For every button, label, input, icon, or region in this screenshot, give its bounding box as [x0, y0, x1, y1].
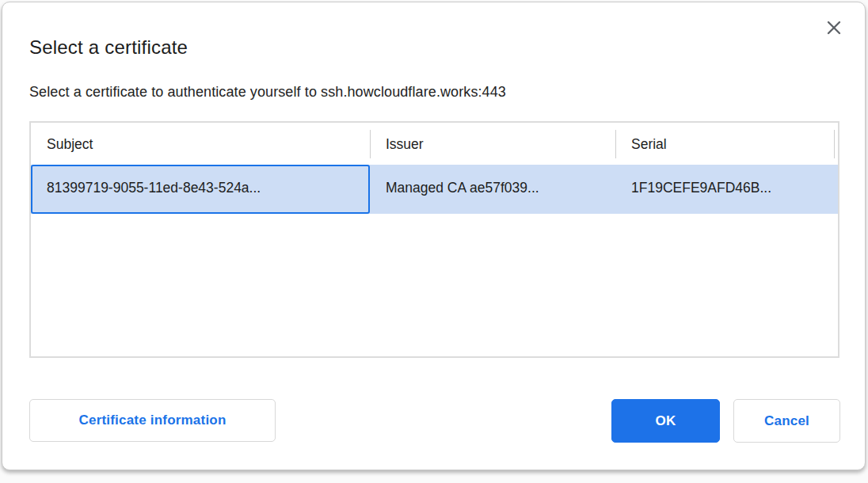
close-icon — [825, 19, 843, 36]
cell-issuer[interactable]: Managed CA ae57f039... — [370, 165, 615, 214]
column-divider — [370, 130, 371, 158]
column-divider — [615, 130, 616, 158]
certificate-table: Subject Issuer Serial 81399719-9055-11ed… — [29, 121, 839, 358]
column-header-serial: Serial — [615, 123, 838, 165]
ok-button[interactable]: OK — [611, 399, 720, 443]
dialog-subtitle: Select a certificate to authenticate you… — [29, 84, 506, 101]
cell-serial[interactable]: 1F19CEFE9AFD46B... — [615, 165, 838, 214]
column-header-subject: Subject — [31, 123, 370, 165]
certificate-information-button[interactable]: Certificate information — [29, 399, 276, 442]
cancel-button[interactable]: Cancel — [733, 399, 840, 443]
column-header-issuer: Issuer — [370, 123, 615, 165]
certificate-select-dialog: Select a certificate Select a certificat… — [2, 2, 866, 470]
close-button[interactable] — [823, 17, 845, 39]
certificate-row-selected[interactable]: 81399719-9055-11ed-8e43-524a... Managed … — [31, 165, 838, 214]
table-header: Subject Issuer Serial — [31, 123, 838, 165]
cell-subject[interactable]: 81399719-9055-11ed-8e43-524a... — [31, 165, 370, 214]
column-divider — [834, 130, 835, 158]
dialog-title: Select a certificate — [29, 36, 188, 59]
